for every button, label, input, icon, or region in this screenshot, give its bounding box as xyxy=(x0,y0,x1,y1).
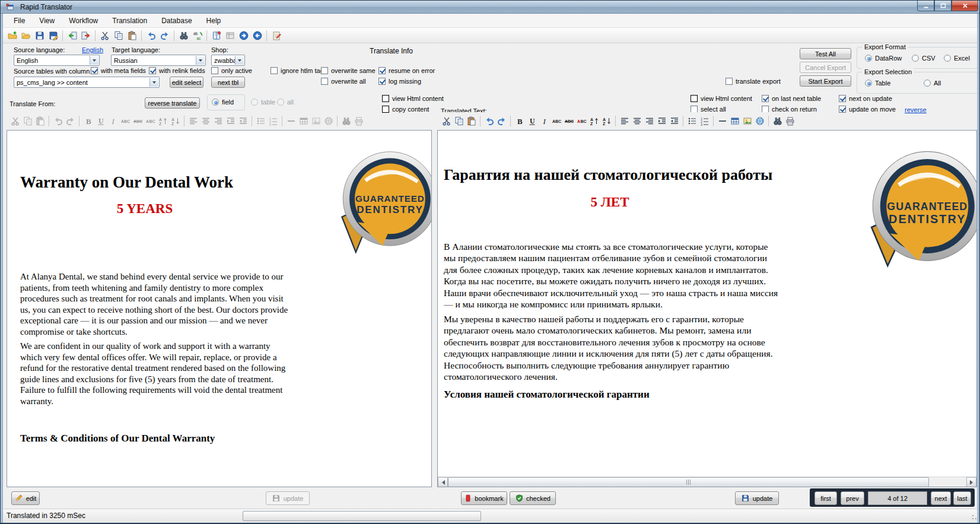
insert-table-icon[interactable] xyxy=(728,115,741,127)
outdent-icon[interactable] xyxy=(668,115,680,127)
source-editor[interactable]: Warranty on Our Dental Work 5 YEARS At A… xyxy=(7,130,432,487)
shop-select[interactable]: zwabba xyxy=(211,55,245,66)
replace-icon[interactable]: abac xyxy=(190,29,204,42)
small-caps-icon[interactable]: ABC xyxy=(551,115,563,127)
export-format-csv-radio[interactable]: CSV xyxy=(912,55,936,62)
find-icon[interactable] xyxy=(177,29,190,42)
next-on-update-checkbox[interactable]: next on update xyxy=(839,95,892,102)
test-all-button[interactable]: Test All xyxy=(800,48,851,59)
italic-icon[interactable]: I xyxy=(538,115,551,127)
insert-image-icon[interactable] xyxy=(741,115,753,127)
log-missing-checkbox-box[interactable] xyxy=(378,78,386,85)
sort-desc-icon[interactable]: AZ xyxy=(600,115,613,127)
close-button[interactable] xyxy=(952,1,978,11)
only-active-checkbox[interactable]: only active xyxy=(211,67,252,74)
export-table-icon[interactable] xyxy=(79,29,93,42)
with-relink-fields-checkbox[interactable]: with relink fields xyxy=(149,67,205,74)
copy-content-checkbox[interactable]: copy content xyxy=(382,106,429,113)
print-icon[interactable] xyxy=(784,115,796,127)
resume-on-error-checkbox[interactable]: resume on error xyxy=(378,67,435,74)
find-icon[interactable] xyxy=(771,115,784,127)
prev-button[interactable]: prev xyxy=(841,491,864,505)
cut-icon[interactable] xyxy=(98,29,112,42)
redo-icon[interactable] xyxy=(495,115,508,127)
reverse-link[interactable]: reverse xyxy=(905,106,927,113)
update-on-move-checkbox-box[interactable] xyxy=(839,106,846,113)
menu-item-file[interactable]: File xyxy=(7,15,32,27)
export-selection-table-radio-dot[interactable] xyxy=(865,80,872,87)
bold-icon[interactable]: B xyxy=(513,115,526,127)
export-format-csv-radio-dot[interactable] xyxy=(912,55,919,62)
open-file-icon[interactable] xyxy=(19,29,33,42)
scroll-right-arrow[interactable] xyxy=(966,477,976,487)
view-html-content-right-checkbox[interactable]: view Html content xyxy=(691,95,752,102)
log-missing-checkbox[interactable]: log missing xyxy=(378,78,421,85)
horizontal-scrollbar[interactable] xyxy=(438,477,976,487)
next-tbl-button[interactable]: next tbl xyxy=(211,77,245,88)
update-on-move-checkbox[interactable]: update on move xyxy=(839,106,896,113)
view-html-content-right-checkbox-box[interactable] xyxy=(691,95,698,102)
first-button[interactable]: first xyxy=(814,491,837,505)
target-language-select[interactable]: Russian xyxy=(111,55,206,66)
export-selection-all-radio-dot[interactable] xyxy=(924,80,931,87)
with-meta-fields-checkbox[interactable]: with meta fields xyxy=(91,67,146,74)
chevron-down-icon[interactable] xyxy=(149,78,158,87)
only-active-checkbox-box[interactable] xyxy=(211,67,218,74)
on-last-next-table-checkbox-box[interactable] xyxy=(762,95,769,102)
chevron-down-icon[interactable] xyxy=(90,56,98,65)
edit-button[interactable]: edit xyxy=(11,491,40,505)
view-html-content-left-checkbox[interactable]: view Html content xyxy=(382,95,444,102)
source-language-link[interactable]: English xyxy=(82,46,103,53)
ignore-html-tags-checkbox-box[interactable] xyxy=(271,67,278,74)
previous-record-icon[interactable] xyxy=(250,29,264,42)
import-table-icon[interactable] xyxy=(65,29,79,42)
align-right-icon[interactable] xyxy=(643,115,656,127)
align-center-icon[interactable] xyxy=(631,115,643,127)
save-as-icon[interactable] xyxy=(46,29,60,42)
menu-item-workflow[interactable]: Workflow xyxy=(62,15,105,27)
overwrite-same-checkbox[interactable]: overwrite same xyxy=(321,67,376,74)
save-icon[interactable] xyxy=(33,29,46,42)
export-selection-table-radio[interactable]: Table xyxy=(865,80,890,87)
start-export-button[interactable]: Start Export xyxy=(800,75,851,87)
copy-content-checkbox-box[interactable] xyxy=(382,106,389,113)
reverse-translate-button[interactable]: reverse translate xyxy=(145,97,200,109)
strikethrough-icon[interactable]: ABC xyxy=(563,115,575,127)
on-last-next-table-checkbox[interactable]: on last next table xyxy=(762,95,821,102)
bullet-list-icon[interactable] xyxy=(686,115,698,127)
resume-on-error-checkbox-box[interactable] xyxy=(378,67,386,74)
translate-export-checkbox[interactable]: translate export xyxy=(726,78,781,85)
scrollbar-thumb[interactable] xyxy=(448,477,929,487)
edit-select-button[interactable]: edit select xyxy=(170,77,203,88)
translated-editor[interactable]: Гарантия на нашей стоматологической рабо… xyxy=(437,130,977,487)
sort-asc-icon[interactable]: AZ xyxy=(588,115,600,127)
source-language-select[interactable]: English xyxy=(14,55,100,66)
cut-icon[interactable] xyxy=(440,115,453,127)
copy-icon[interactable] xyxy=(453,115,465,127)
export-format-datarow-radio-dot[interactable] xyxy=(865,55,872,62)
underline-icon[interactable]: U xyxy=(526,115,538,127)
align-left-icon[interactable] xyxy=(618,115,631,127)
menu-item-database[interactable]: Database xyxy=(154,15,199,27)
export-format-excel-radio[interactable]: Excel xyxy=(944,55,970,62)
font-color-icon[interactable]: ABC xyxy=(575,115,588,127)
paste-icon[interactable] xyxy=(465,115,478,127)
last-button[interactable]: last xyxy=(953,491,971,505)
numbered-list-icon[interactable]: 123 xyxy=(698,115,711,127)
translate-export-checkbox-box[interactable] xyxy=(726,78,733,85)
menu-item-help[interactable]: Help xyxy=(199,15,228,27)
minimize-button[interactable] xyxy=(917,1,934,11)
export-format-excel-radio-dot[interactable] xyxy=(944,55,951,62)
field-radio-dot[interactable] xyxy=(212,99,219,106)
new-document-icon[interactable] xyxy=(5,29,19,42)
overwrite-same-checkbox-box[interactable] xyxy=(321,67,328,74)
notes-icon[interactable] xyxy=(209,29,223,42)
redo-icon[interactable] xyxy=(158,29,171,42)
undo-icon[interactable] xyxy=(483,115,495,127)
menu-item-translation[interactable]: Translation xyxy=(105,15,154,27)
bookmark-button[interactable]: bookmark xyxy=(461,491,507,505)
with-meta-fields-checkbox-box[interactable] xyxy=(91,67,98,74)
maximize-button[interactable] xyxy=(934,1,952,11)
view-html-content-left-checkbox-box[interactable] xyxy=(382,95,389,102)
indent-icon[interactable] xyxy=(656,115,668,127)
